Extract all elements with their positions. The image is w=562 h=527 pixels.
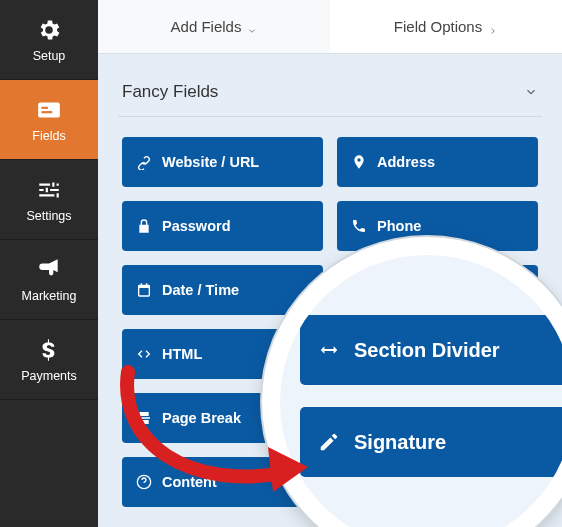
tab-label: Field Options [394,18,482,35]
nav-label: Settings [26,209,71,223]
field-label: Phone [377,218,421,234]
phone-icon [351,218,367,234]
nav-marketing[interactable]: Marketing [0,240,98,320]
tab-field-options[interactable]: Field Options [330,0,562,53]
svg-rect-2 [41,111,52,113]
nav-label: Setup [33,49,66,63]
section-header[interactable]: Fancy Fields [118,70,542,117]
nav-setup[interactable]: Setup [0,0,98,80]
nav-payments[interactable]: Payments [0,320,98,400]
sidebar: Setup Fields Settings Marketing Payments [0,0,98,527]
svg-rect-1 [41,106,48,108]
link-icon [136,154,152,170]
chevron-down-icon [524,85,538,99]
magnified-section-divider: Section Divider [300,315,562,385]
sliders-icon [36,177,62,203]
svg-rect-0 [38,102,60,117]
nav-label: Fields [32,129,65,143]
field-label: Website / URL [162,154,259,170]
field-address[interactable]: Address [337,137,538,187]
field-website-url[interactable]: Website / URL [122,137,323,187]
bullhorn-icon [36,257,62,283]
field-label: Content [162,474,217,490]
gear-icon [36,17,62,43]
nav-settings[interactable]: Settings [0,160,98,240]
field-label: Page Break [162,410,241,426]
nav-label: Marketing [22,289,77,303]
field-password[interactable]: Password [122,201,323,251]
magnified-signature: Signature [300,407,562,477]
field-label: Date / Time [162,282,239,298]
field-label: Password [162,218,231,234]
page-break-icon [136,410,152,426]
section-title: Fancy Fields [122,82,218,102]
help-icon [136,474,152,490]
nav-fields[interactable]: Fields [0,80,98,160]
mag-label: Signature [354,431,446,454]
field-label: Address [377,154,435,170]
lock-icon [136,218,152,234]
nav-label: Payments [21,369,77,383]
pin-icon [351,154,367,170]
form-icon [36,97,62,123]
tab-label: Add Fields [171,18,242,35]
field-label: HTML [162,346,202,362]
calendar-icon [136,282,152,298]
mag-label: Section Divider [354,339,500,362]
tabs: Add Fields Field Options [98,0,562,54]
chevron-down-icon [247,22,257,32]
code-icon [136,346,152,362]
tab-add-fields[interactable]: Add Fields [98,0,330,53]
chevron-right-icon [488,22,498,32]
dollar-icon [36,337,62,363]
